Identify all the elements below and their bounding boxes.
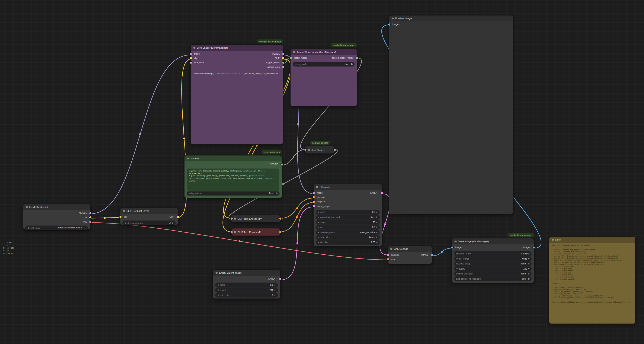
decrement-arrow[interactable]: ◀ — [217, 294, 218, 296]
file-format-combo[interactable]: ◀ file_format webp ▶ — [454, 256, 531, 260]
node-header[interactable]: positive — [184, 156, 282, 162]
input-port-samples[interactable] — [387, 254, 389, 256]
decrement-arrow[interactable]: ◀ — [318, 226, 319, 228]
output-port-images[interactable] — [533, 246, 535, 248]
toggle-knob[interactable] — [351, 63, 352, 65]
increment-arrow[interactable]: ▶ — [274, 284, 276, 286]
output-port-latent[interactable] — [381, 192, 383, 194]
node-note[interactable]: Note Available filename_prefix Pattern C… — [549, 237, 635, 324]
decrement-arrow[interactable]: ◀ — [318, 232, 319, 233]
collapse-dot[interactable] — [392, 18, 394, 20]
node-lora-loader[interactable]: Lora Loader (LoraManager) model clip lor… — [191, 45, 283, 144]
lora-syntax-text[interactable]: <lora:CreateConcept_Illustrious:0.8> <lo… — [194, 72, 280, 75]
group-mode-toggle[interactable]: group_mode true — [293, 62, 354, 66]
increment-arrow[interactable]: ▶ — [528, 258, 530, 259]
input-port-clip[interactable] — [119, 216, 122, 218]
decrement-arrow[interactable]: ◀ — [217, 284, 218, 286]
note-text[interactable]: Available filename_prefix Pattern Codes … — [549, 243, 635, 322]
output-port-image[interactable] — [431, 254, 433, 256]
toggle-knob[interactable] — [528, 278, 530, 280]
collapse-dot[interactable] — [234, 218, 236, 220]
collapse-dot[interactable] — [234, 231, 236, 233]
output-port-vae[interactable] — [89, 221, 91, 223]
increment-arrow[interactable]: ▶ — [172, 222, 174, 224]
increment-arrow[interactable]: ▶ — [376, 242, 378, 243]
increment-arrow[interactable]: ▶ — [376, 216, 378, 218]
decrement-arrow[interactable]: ◀ — [318, 221, 319, 223]
control-after-generate-widget[interactable]: ◀ control after generate fixed ▶ — [316, 215, 380, 219]
node-header[interactable]: VAE Decode — [388, 246, 432, 252]
output-port-model[interactable] — [282, 53, 284, 55]
node-preview-image[interactable]: Preview Image images — [389, 16, 513, 214]
output-port-loaded-loras[interactable] — [282, 66, 284, 68]
collapse-dot[interactable] — [454, 240, 456, 242]
increment-arrow[interactable]: ▶ — [85, 227, 86, 229]
collapse-dot[interactable] — [187, 158, 189, 160]
denoise-widget[interactable]: ◀ denoise 1.00 ▶ — [316, 240, 380, 244]
output-port-filtered-trigger-words[interactable] — [356, 57, 358, 59]
sampler-name-widget[interactable]: ◀ sampler_name euler_ancestral ▶ — [316, 230, 380, 234]
decrement-arrow[interactable]: ◀ — [456, 258, 457, 259]
collapse-dot[interactable] — [193, 47, 195, 49]
node-header[interactable]: CLIP Text Encode (Pr — [232, 215, 280, 222]
output-port-clip[interactable] — [89, 216, 91, 218]
node-header[interactable]: Note — [549, 237, 635, 243]
collapse-dot[interactable] — [552, 239, 554, 241]
input-port-trigger-words[interactable] — [290, 57, 292, 59]
increment-arrow[interactable]: ▶ — [376, 211, 378, 213]
increment-arrow[interactable]: ▶ — [528, 268, 530, 269]
collapse-dot[interactable] — [123, 210, 125, 212]
node-header[interactable]: Load Checkpoint — [23, 204, 90, 210]
decrement-arrow[interactable]: ◀ — [217, 289, 218, 291]
collapse-dot[interactable] — [308, 149, 310, 151]
node-graph-canvas[interactable]: comfyui-lora-manager comfyui-lora-manage… — [0, 0, 644, 344]
decrement-arrow[interactable]: ◀ — [456, 268, 457, 269]
output-port-string[interactable] — [281, 163, 283, 166]
node-load-checkpoint[interactable]: Load Checkpoint MODEL CLIP VAE ◀ ckpt — [23, 204, 90, 229]
width-widget[interactable]: ◀ width 832 ▶ — [216, 283, 278, 287]
collapse-dot[interactable] — [390, 248, 392, 250]
increment-arrow[interactable]: ▶ — [376, 232, 378, 233]
node-header[interactable]: CLIP Set Last Layer — [120, 208, 178, 214]
input-port-images[interactable] — [388, 23, 390, 26]
node-clip-text-encode-negative[interactable]: CLIP Text Encode (Pr — [232, 228, 280, 236]
prompt-textarea[interactable]: highres, very detailed, amazing quality,… — [187, 168, 279, 190]
node-empty-latent-image[interactable]: Empty Latent Image LATENT ◀ width 832 ▶ … — [213, 270, 280, 298]
stop-at-clip-layer-widget[interactable]: ◀ stop_at_clip_layer -2 ▶ — [123, 221, 175, 225]
add-counter-toggle[interactable]: add_counter_to_filename true — [454, 276, 531, 281]
batch-size-widget[interactable]: ◀ batch_size 3 ▶ — [216, 293, 278, 297]
increment-arrow[interactable]: ▶ — [376, 226, 378, 228]
collapse-dot[interactable] — [293, 51, 295, 53]
node-header[interactable]: Join Strings — [305, 146, 335, 153]
steps-widget[interactable]: ◀ steps 20 ▶ — [316, 220, 380, 224]
toggle-knob[interactable] — [276, 192, 278, 194]
decrement-arrow[interactable]: ◀ — [318, 211, 319, 213]
node-header[interactable]: Empty Latent Image — [213, 270, 280, 276]
decrement-arrow[interactable]: ◀ — [124, 222, 126, 224]
input-port-negative[interactable] — [312, 201, 315, 203]
input-port-model[interactable] — [190, 53, 192, 55]
input-port-lora-stack[interactable] — [190, 62, 192, 64]
strip-newlines-toggle[interactable]: strip_newlines false — [187, 191, 279, 195]
input-port-model[interactable] — [312, 192, 315, 194]
collapse-dot[interactable] — [316, 186, 318, 188]
collapse-dot[interactable] — [216, 272, 217, 274]
output-port-trigger-words[interactable] — [282, 62, 284, 64]
node-header[interactable]: TriggerWord Toggle (LoraManager) — [290, 49, 357, 55]
node-vae-decode[interactable]: VAE Decode samples vae IMAGE — [388, 246, 432, 264]
scheduler-widget[interactable]: ◀ scheduler karras ▶ — [316, 236, 380, 240]
height-widget[interactable]: ◀ height 1216 ▶ — [216, 288, 278, 292]
node-header[interactable]: CLIP Text Encode (Pr — [232, 228, 280, 236]
ckpt-name-combo[interactable]: ◀ ckpt_name ilwaiNSFWIllustrious_v110.s.… — [26, 226, 88, 230]
seed-widget[interactable]: ◀ seed 409 ▶ — [316, 210, 380, 214]
node-triggerword-toggle[interactable]: TriggerWord Toggle (LoraManager) trigger… — [290, 49, 357, 106]
output-port-model[interactable] — [89, 212, 91, 214]
filename-prefix-input[interactable]: filename_prefix ComfyUI — [454, 252, 531, 256]
node-positive-prompt[interactable]: positive STRING highres, very detailed, … — [184, 156, 282, 198]
output-port-clip[interactable] — [177, 216, 179, 218]
quality-widget[interactable]: ◀ quality 100 ▶ — [454, 266, 531, 271]
input-port-images[interactable] — [451, 246, 453, 248]
output-port-clip[interactable] — [282, 57, 284, 59]
decrement-arrow[interactable]: ◀ — [27, 227, 28, 229]
node-join-strings[interactable]: Join Strings — [305, 146, 335, 153]
